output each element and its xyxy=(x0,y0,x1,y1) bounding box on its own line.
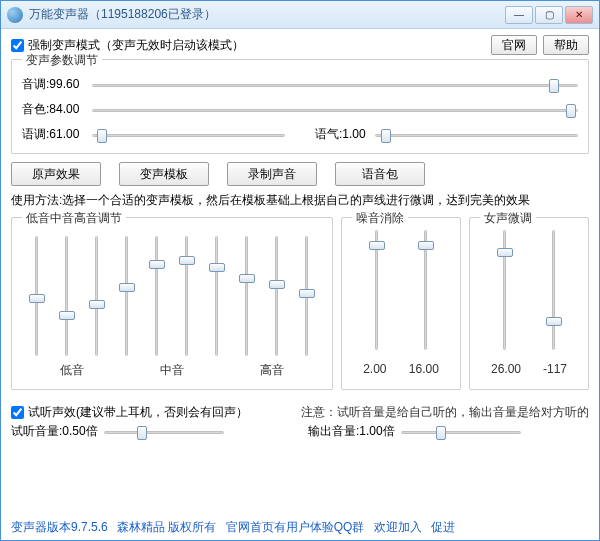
timbre-slider[interactable] xyxy=(92,102,578,118)
timbre-label: 音色:84.00 xyxy=(22,101,92,118)
voice-params-group: 变声参数调节 音调:99.60 音色:84.00 语调:61.00 xyxy=(11,59,589,154)
usage-text: 使用方法:选择一个合适的变声模板，然后在模板基础上根据自己的声线进行微调，达到完… xyxy=(11,192,589,209)
noise-title: 噪音消除 xyxy=(352,210,408,227)
noise-group: 噪音消除 2.00 16.00 xyxy=(341,217,461,390)
footer-version[interactable]: 变声器版本9.7.5.6 xyxy=(11,520,108,534)
listen-vol-label: 试听音量:0.50倍 xyxy=(11,423,98,440)
help-button[interactable]: 帮助 xyxy=(543,35,589,55)
eq-slider-4[interactable] xyxy=(115,236,139,356)
pitch-slider[interactable] xyxy=(92,77,578,93)
female-title: 女声微调 xyxy=(480,210,536,227)
female-slider-1[interactable] xyxy=(493,230,517,350)
listen-checkbox[interactable] xyxy=(11,406,24,419)
template-button[interactable]: 变声模板 xyxy=(119,162,209,186)
eq-slider-2[interactable] xyxy=(55,236,79,356)
force-mode-label: 强制变声模式（变声无效时启动该模式） xyxy=(28,37,244,54)
mood-slider[interactable] xyxy=(375,127,578,143)
footer-links[interactable]: 变声器版本9.7.5.6 森林精品 版权所有 官网首页有用户体验QQ群 欢迎加入… xyxy=(11,519,589,536)
pitch-label: 音调:99.60 xyxy=(22,76,92,93)
output-vol-slider[interactable] xyxy=(401,424,521,440)
eq-slider-8[interactable] xyxy=(235,236,259,356)
app-icon xyxy=(7,7,23,23)
tone-slider[interactable] xyxy=(92,127,285,143)
tone-label: 语调:61.00 xyxy=(22,126,92,143)
footer-join[interactable]: 欢迎加入 xyxy=(374,520,422,534)
female-val-1: 26.00 xyxy=(491,362,521,376)
force-mode-checkbox[interactable] xyxy=(11,39,24,52)
eq-mid-label: 中音 xyxy=(122,362,222,379)
listen-vol-slider[interactable] xyxy=(104,424,224,440)
eq-slider-10[interactable] xyxy=(295,236,319,356)
titlebar[interactable]: 万能变声器（1195188206已登录） — ▢ ✕ xyxy=(1,1,599,29)
action-buttons: 原声效果 变声模板 录制声音 语音包 xyxy=(11,162,589,186)
close-button[interactable]: ✕ xyxy=(565,6,593,24)
eq-slider-3[interactable] xyxy=(85,236,109,356)
eq-slider-6[interactable] xyxy=(175,236,199,356)
eq-low-label: 低音 xyxy=(22,362,122,379)
eq-high-label: 高音 xyxy=(222,362,322,379)
noise-slider-1[interactable] xyxy=(365,230,389,350)
mood-label: 语气:1.00 xyxy=(315,126,375,143)
app-window: 万能变声器（1195188206已登录） — ▢ ✕ 强制变声模式（变声无效时启… xyxy=(0,0,600,541)
eq-slider-5[interactable] xyxy=(145,236,169,356)
voice-params-title: 变声参数调节 xyxy=(22,52,102,69)
output-vol-label: 输出音量:1.00倍 xyxy=(308,423,395,440)
site-button[interactable]: 官网 xyxy=(491,35,537,55)
female-slider-2[interactable] xyxy=(542,230,566,350)
maximize-button[interactable]: ▢ xyxy=(535,6,563,24)
voicepack-button[interactable]: 语音包 xyxy=(335,162,425,186)
eq-group: 低音中音高音调节 低音 中音 高音 xyxy=(11,217,333,390)
eq-slider-7[interactable] xyxy=(205,236,229,356)
original-button[interactable]: 原声效果 xyxy=(11,162,101,186)
client-area: 强制变声模式（变声无效时启动该模式） 官网 帮助 变声参数调节 音调:99.60… xyxy=(1,29,599,444)
noise-val-1: 2.00 xyxy=(363,362,386,376)
eq-sliders xyxy=(22,226,322,356)
female-val-2: -117 xyxy=(543,362,567,376)
window-title: 万能变声器（1195188206已登录） xyxy=(29,6,503,23)
minimize-button[interactable]: — xyxy=(505,6,533,24)
footer-copyright[interactable]: 森林精品 版权所有 xyxy=(117,520,216,534)
female-group: 女声微调 26.00 -117 xyxy=(469,217,589,390)
eq-title: 低音中音高音调节 xyxy=(22,210,126,227)
eq-slider-9[interactable] xyxy=(265,236,289,356)
footer-more[interactable]: 促进 xyxy=(431,520,455,534)
noise-slider-2[interactable] xyxy=(414,230,438,350)
volume-note: 注意：试听音量是给自己听的，输出音量是给对方听的 xyxy=(301,404,589,421)
record-button[interactable]: 录制声音 xyxy=(227,162,317,186)
eq-slider-1[interactable] xyxy=(25,236,49,356)
listen-checkbox-label: 试听声效(建议带上耳机，否则会有回声） xyxy=(28,404,248,421)
noise-val-2: 16.00 xyxy=(409,362,439,376)
footer-qq[interactable]: 官网首页有用户体验QQ群 xyxy=(226,520,365,534)
